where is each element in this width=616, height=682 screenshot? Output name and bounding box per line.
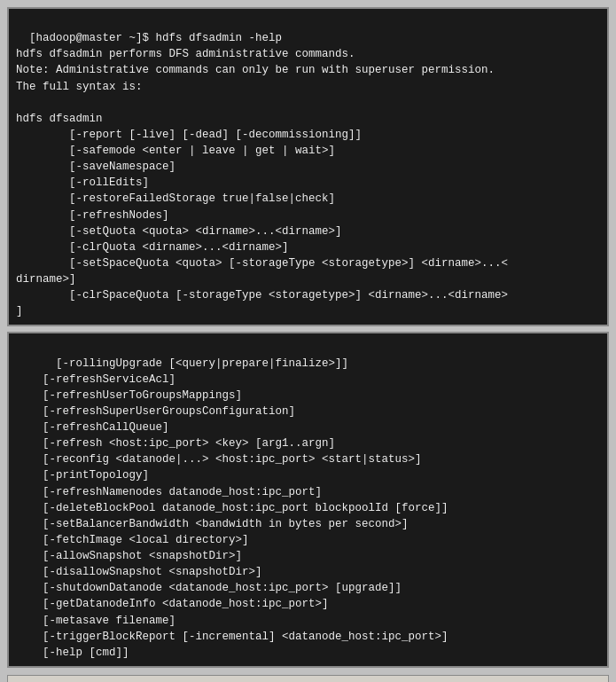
terminal-text-1: [hadoop@master ~]$ hdfs dfsadmin -help h… [16, 32, 508, 317]
terminal-block-1: [hadoop@master ~]$ hdfs dfsadmin -help h… [7, 7, 609, 326]
figure-caption: 图 2- 32 [7, 675, 609, 682]
terminal-block-2: [-rollingUpgrade [<query|prepare|finaliz… [7, 332, 609, 668]
terminal-text-2: [-rollingUpgrade [<query|prepare|finaliz… [16, 357, 448, 659]
